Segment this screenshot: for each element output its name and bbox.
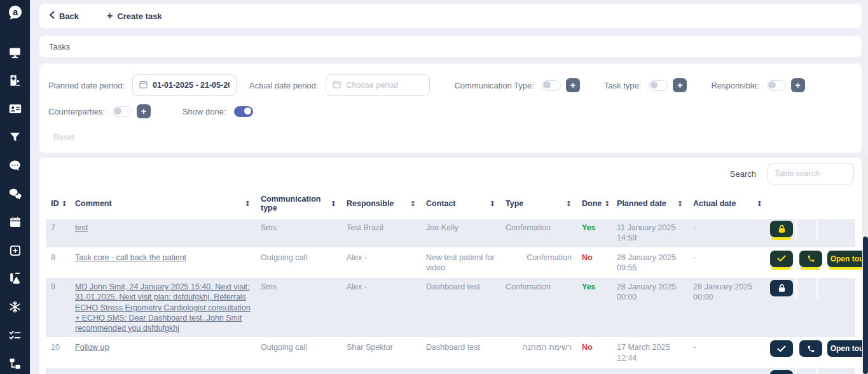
plus-icon: +: [107, 10, 113, 22]
snowflake-icon: [8, 300, 22, 314]
done-badge: Yes: [582, 223, 596, 232]
communication-type-label: Communication Type:: [454, 81, 534, 90]
task-type-add-button[interactable]: +: [673, 78, 687, 92]
cell-done: Yes: [577, 219, 612, 248]
lock-button[interactable]: [770, 221, 793, 237]
phone-button[interactable]: [799, 251, 822, 267]
sort-icon[interactable]: ↕: [604, 200, 610, 208]
sort-icon[interactable]: ↕: [757, 200, 762, 208]
check-icon: [777, 345, 786, 352]
sort-icon[interactable]: ↕: [62, 200, 67, 208]
sort-icon[interactable]: ↕: [677, 200, 683, 208]
check-button[interactable]: [770, 340, 793, 357]
cell-planned-date: 19 March 2025 12:54: [612, 368, 688, 374]
sidebar-item-lab[interactable]: [0, 265, 30, 293]
sidebar-item-chat[interactable]: [0, 151, 30, 180]
reset-button[interactable]: Reset: [53, 133, 853, 142]
search-label: Search: [730, 169, 756, 179]
col-header-communication-type[interactable]: Communication type↕: [256, 190, 341, 219]
filters-row-1: Planned date period: Actual date period:…: [48, 74, 853, 96]
sidebar-item-clinic[interactable]: [0, 67, 30, 95]
sidebar-item-desktop[interactable]: [0, 38, 30, 67]
col-header-id[interactable]: ID↕: [46, 190, 70, 219]
task-comment-link[interactable]: Task core - call back the patient: [75, 253, 186, 262]
col-label: Contact: [426, 199, 456, 208]
tasks-section-header: Tasks: [39, 36, 862, 57]
sidebar-item-add[interactable]: [0, 237, 30, 265]
lock-button[interactable]: [770, 370, 793, 374]
sort-icon[interactable]: ↕: [245, 200, 251, 208]
responsible-toggle[interactable]: [767, 80, 786, 91]
sidebar-item-conversations[interactable]: [0, 180, 30, 209]
action-slot: [768, 278, 796, 298]
col-label: Planned date: [617, 199, 666, 208]
cell-contact: Dashboard test: [421, 338, 500, 368]
col-header-planned-date[interactable]: Planned date↕: [612, 190, 688, 219]
cell-type: Confirmation: [500, 219, 577, 248]
cell-done: No: [577, 338, 612, 368]
sort-icon[interactable]: ↕: [490, 200, 495, 208]
sidebar-item-freeze[interactable]: [0, 293, 30, 322]
col-header-responsible[interactable]: Responsible↕: [341, 190, 421, 219]
col-header-contact[interactable]: Contact↕: [421, 190, 500, 219]
table-row: 7testSmsTest BrazilJoe KellyConfirmation…: [46, 219, 855, 248]
task-comment-link[interactable]: test: [75, 223, 88, 232]
chevron-left-icon: [49, 11, 55, 21]
table-search-input[interactable]: [775, 169, 847, 178]
cell-planned-date: 17 March 2025 12:44: [612, 338, 688, 368]
sidebar-item-tasks[interactable]: [0, 321, 30, 350]
col-label: Done: [582, 199, 602, 208]
sort-icon[interactable]: ↕: [566, 200, 572, 208]
sidebar-item-structure[interactable]: [0, 350, 30, 374]
sort-icon[interactable]: ↕: [410, 200, 416, 208]
col-header-type[interactable]: Type↕: [500, 190, 577, 219]
counterparties-toggle[interactable]: [113, 106, 132, 117]
cell-type: רשימת המתנה: [500, 338, 577, 368]
scrollbar-thumb[interactable]: [863, 237, 868, 374]
page-title: Tasks: [49, 42, 70, 52]
check-button[interactable]: [770, 251, 793, 267]
table-row: 11Testing simple form touchE-MailLea Alp…: [46, 368, 855, 374]
task-type-filter: Task type: +: [604, 78, 687, 92]
show-done-toggle[interactable]: [234, 106, 253, 117]
back-button[interactable]: Back: [49, 11, 79, 21]
scrollbar-track[interactable]: [862, 156, 868, 374]
lock-button[interactable]: [770, 280, 793, 296]
cell-responsible: Test Brazil: [341, 219, 421, 248]
task-type-toggle[interactable]: [649, 80, 668, 91]
communication-type-filter: Communication Type: +: [454, 78, 580, 92]
planned-date-value[interactable]: [153, 81, 230, 90]
col-header-done[interactable]: Done↕: [577, 190, 612, 219]
sort-icon[interactable]: ↕: [331, 200, 336, 208]
responsible-add-button[interactable]: +: [791, 78, 805, 92]
sidebar-item-filter[interactable]: [0, 123, 30, 152]
counterparties-add-button[interactable]: +: [137, 104, 151, 118]
sidebar-item-calendar[interactable]: [0, 208, 30, 237]
planned-date-input[interactable]: [132, 74, 237, 96]
phone-button[interactable]: [799, 340, 822, 357]
app-logo-icon[interactable]: a: [7, 4, 24, 21]
col-label: Type: [506, 199, 523, 208]
calendar-icon: [139, 80, 148, 91]
create-task-button[interactable]: + Create task: [107, 10, 162, 22]
cell-communication-type: Outgoing call: [256, 338, 341, 368]
communication-type-toggle[interactable]: [542, 80, 561, 91]
planned-date-label: Planned date period:: [48, 81, 125, 90]
task-comment-link[interactable]: Follow up: [75, 343, 109, 352]
actual-date-value[interactable]: [346, 81, 423, 90]
cell-responsible: Shar Spektor: [341, 338, 421, 368]
communication-type-add-button[interactable]: +: [566, 78, 580, 92]
col-header-comment[interactable]: Comment↕: [70, 190, 256, 219]
table-search-field[interactable]: [768, 163, 854, 184]
sidebar-item-contacts[interactable]: [0, 95, 30, 123]
task-comment-link[interactable]: MD John Smit, 24 January 2025 15:40. Nex…: [75, 282, 251, 333]
chat-double-icon: [8, 187, 22, 201]
cell-contact: Joe Kelly: [421, 219, 500, 248]
back-label: Back: [59, 11, 79, 21]
actual-date-input[interactable]: [326, 74, 430, 96]
col-header-actual-date[interactable]: Actual date↕: [688, 190, 768, 219]
col-label: Comment: [75, 199, 112, 208]
table-row: 8Task core - call back the patientOutgoi…: [46, 248, 855, 278]
cell-type: Confirmation: [500, 368, 577, 374]
cell-id: 11: [46, 368, 70, 374]
